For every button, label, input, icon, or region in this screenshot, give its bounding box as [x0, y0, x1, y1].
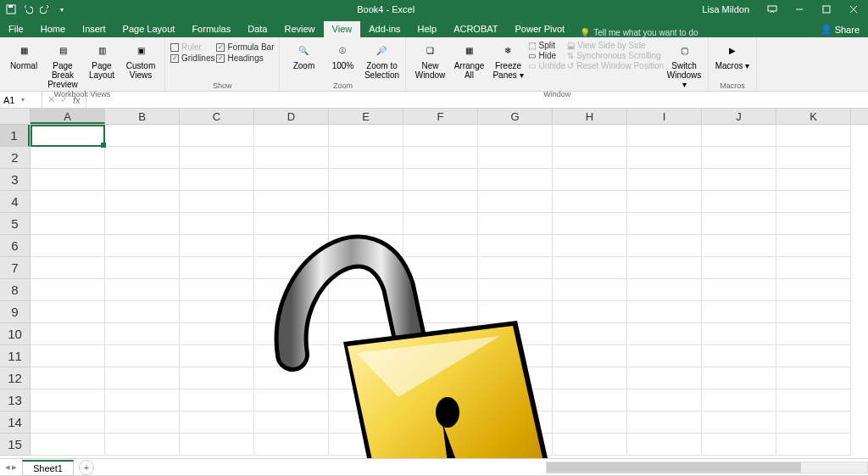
share-button[interactable]: 👤Share — [812, 21, 868, 37]
cell[interactable] — [776, 279, 851, 301]
column-header[interactable]: D — [254, 109, 329, 124]
cell[interactable] — [180, 301, 254, 323]
reset-window-button[interactable]: ↺Reset Window Position — [567, 61, 664, 70]
cell[interactable] — [329, 323, 403, 345]
cell[interactable] — [105, 191, 180, 213]
cell[interactable] — [105, 367, 180, 389]
cell[interactable] — [403, 213, 478, 235]
cell[interactable] — [702, 367, 776, 389]
cell[interactable] — [254, 191, 329, 213]
cell[interactable] — [329, 191, 403, 213]
cell[interactable] — [776, 213, 851, 235]
column-header[interactable]: I — [627, 109, 702, 124]
user-name[interactable]: Lisa Mildon — [702, 4, 758, 14]
page-layout-button[interactable]: ▥Page Layout — [83, 39, 120, 80]
cell[interactable] — [478, 147, 553, 169]
cell[interactable] — [702, 125, 776, 147]
cell[interactable] — [702, 213, 776, 235]
cell[interactable] — [553, 257, 627, 279]
cell[interactable] — [329, 279, 403, 301]
row-header[interactable]: 7 — [0, 257, 30, 279]
cell[interactable] — [254, 279, 329, 301]
cell[interactable] — [627, 412, 702, 434]
row-header[interactable]: 9 — [0, 301, 30, 323]
cell[interactable] — [702, 345, 776, 367]
cell[interactable] — [776, 434, 851, 456]
select-all-corner[interactable] — [0, 109, 31, 125]
cell[interactable] — [180, 191, 254, 213]
save-icon[interactable] — [3, 2, 19, 17]
cell[interactable] — [329, 147, 403, 169]
normal-view-button[interactable]: ▦Normal — [5, 39, 42, 70]
cell[interactable] — [329, 345, 403, 367]
cell[interactable] — [254, 389, 329, 412]
cell[interactable] — [553, 412, 627, 434]
cell[interactable] — [180, 367, 254, 389]
row-header[interactable]: 5 — [0, 213, 30, 235]
cell[interactable] — [180, 279, 254, 301]
new-window-button[interactable]: ❏New Window — [411, 39, 448, 80]
cell[interactable] — [403, 169, 478, 191]
cell[interactable] — [403, 147, 478, 169]
tab-data[interactable]: Data — [239, 21, 275, 37]
cell[interactable] — [478, 323, 553, 345]
cell[interactable] — [31, 235, 105, 257]
cell[interactable] — [180, 389, 254, 412]
cell[interactable] — [702, 191, 776, 213]
qat-customize-icon[interactable]: ▾ — [54, 2, 70, 17]
tab-powerpivot[interactable]: Power Pivot — [506, 21, 573, 37]
tab-help[interactable]: Help — [409, 21, 446, 37]
cell[interactable] — [478, 412, 553, 434]
tab-file[interactable]: File — [0, 21, 32, 37]
cell[interactable] — [627, 279, 702, 301]
cell[interactable] — [105, 213, 180, 235]
row-header[interactable]: 3 — [0, 169, 30, 191]
cell[interactable] — [31, 169, 105, 191]
tab-view[interactable]: View — [324, 21, 361, 37]
cell[interactable] — [329, 169, 403, 191]
custom-views-button[interactable]: ▣Custom Views — [122, 39, 159, 80]
unhide-button[interactable]: ▭Unhide — [528, 61, 565, 70]
name-box[interactable]: A1▾ — [0, 92, 42, 108]
cell[interactable] — [478, 279, 553, 301]
gridlines-checkbox[interactable]: ✓Gridlines — [170, 53, 214, 63]
cell[interactable] — [553, 213, 627, 235]
cell[interactable] — [329, 434, 403, 456]
cell[interactable] — [553, 279, 627, 301]
ribbon-options-icon[interactable] — [760, 0, 785, 19]
column-header[interactable]: K — [776, 109, 851, 124]
view-side-by-side-button[interactable]: ⬓View Side by Side — [567, 41, 664, 50]
cell[interactable] — [627, 345, 702, 367]
cell[interactable] — [254, 169, 329, 191]
cell[interactable] — [776, 323, 851, 345]
cell[interactable] — [31, 367, 105, 389]
cell[interactable] — [627, 434, 702, 456]
cell[interactable] — [329, 257, 403, 279]
cell[interactable] — [478, 125, 553, 147]
cell[interactable] — [776, 412, 851, 434]
cell[interactable] — [254, 367, 329, 389]
macros-button[interactable]: ▶Macros ▾ — [714, 39, 751, 70]
cell[interactable] — [31, 279, 105, 301]
cell[interactable] — [31, 434, 105, 456]
cell[interactable] — [776, 345, 851, 367]
split-button[interactable]: ⬚Split — [528, 41, 565, 50]
cell[interactable] — [627, 323, 702, 345]
cell[interactable] — [702, 169, 776, 191]
cell[interactable] — [31, 389, 105, 412]
sync-scroll-button[interactable]: ⇅Synchronous Scrolling — [567, 51, 664, 60]
cell[interactable] — [254, 301, 329, 323]
zoom-selection-button[interactable]: 🔎Zoom to Selection — [363, 39, 400, 80]
cell[interactable] — [180, 434, 254, 456]
tab-home[interactable]: Home — [32, 21, 74, 37]
cell[interactable] — [254, 125, 329, 147]
cell[interactable] — [254, 345, 329, 367]
cell[interactable] — [403, 412, 478, 434]
cell[interactable] — [105, 345, 180, 367]
cell[interactable] — [776, 235, 851, 257]
row-header[interactable]: 14 — [0, 412, 30, 434]
row-header[interactable]: 6 — [0, 235, 30, 257]
cell[interactable] — [31, 125, 105, 147]
cell[interactable] — [105, 257, 180, 279]
cell[interactable] — [478, 434, 553, 456]
